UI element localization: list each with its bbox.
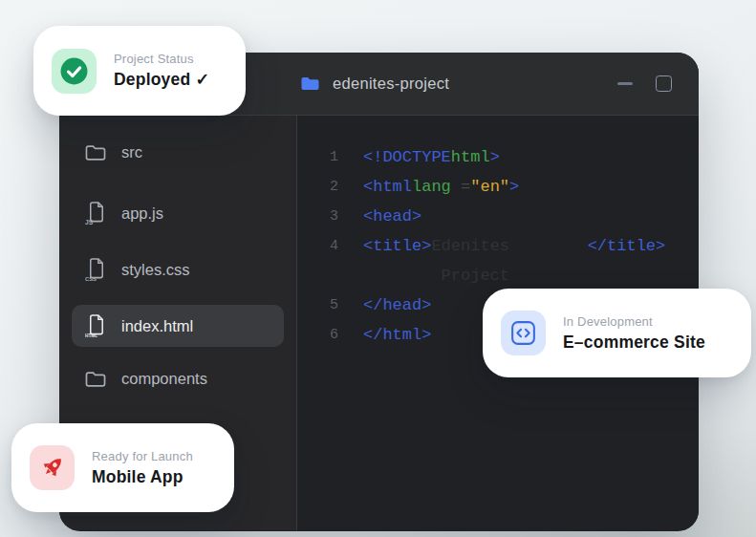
sidebar-item-src[interactable]: src (72, 135, 284, 170)
status-card-mobile: Ready for Launch Mobile App (11, 423, 234, 512)
line-number: 3 (330, 208, 351, 225)
status-card-deployed: Project Status Deployed ✓ (33, 26, 246, 116)
code-line: 4 <title>Edenites </title> (330, 231, 699, 261)
maximize-button[interactable] (656, 75, 672, 92)
code-icon (501, 311, 546, 355)
check-icon (52, 49, 97, 94)
code-line: 1 <!DOCTYPEhtml> (330, 142, 699, 172)
card-label: Ready for Launch (92, 449, 193, 463)
sidebar-item-indexhtml[interactable]: HTML index.html (72, 305, 284, 347)
code-line: 3 <head> (330, 202, 699, 231)
line-number: 6 (330, 327, 351, 343)
file-label: app.js (121, 204, 163, 223)
code-line: 2 <htmllang ="en"> (330, 172, 699, 202)
html-file-icon: HTML (84, 313, 107, 338)
svg-text:JS: JS (85, 219, 94, 226)
ghost-typing-text: Edenites (431, 237, 587, 255)
css-file-icon: CSS (84, 257, 107, 282)
sidebar-item-appjs[interactable]: JS app.js (72, 192, 284, 234)
file-label: src (121, 143, 142, 161)
sidebar-item-stylescss[interactable]: CSS styles.css (72, 248, 284, 290)
card-title: Mobile App (92, 467, 193, 487)
rocket-icon (30, 445, 75, 490)
file-label: index.html (121, 317, 193, 335)
ghost-typing-text: Project (363, 267, 509, 285)
line-number: 1 (330, 149, 351, 165)
sidebar-item-components[interactable]: components (72, 361, 284, 397)
minimize-button[interactable] (617, 82, 633, 85)
file-label: components (121, 370, 207, 388)
svg-text:CSS: CSS (85, 276, 97, 282)
folder-icon (84, 144, 107, 161)
project-folder-icon (300, 75, 320, 92)
line-number: 2 (330, 179, 351, 195)
card-label: In Development (563, 314, 705, 329)
window-title: edenites-project (333, 75, 449, 93)
card-title: E–commerce Site (563, 333, 705, 353)
code-line: Project (330, 261, 699, 290)
folder-icon (84, 371, 107, 388)
card-title: Deployed ✓ (114, 70, 209, 90)
file-label: styles.css (121, 261, 190, 279)
svg-text:HTML: HTML (85, 333, 97, 338)
card-label: Project Status (114, 52, 209, 66)
js-file-icon: JS (84, 201, 107, 226)
status-card-ecommerce: In Development E–commerce Site (483, 289, 751, 377)
line-number: 4 (330, 238, 351, 254)
line-number: 5 (330, 297, 351, 313)
